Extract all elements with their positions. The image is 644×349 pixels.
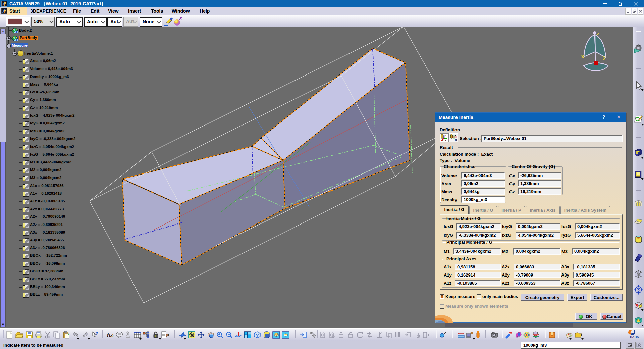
svg-text:z: z xyxy=(597,31,599,36)
svg-text:(x): (x) xyxy=(109,333,114,337)
svg-text:}=: }= xyxy=(166,333,169,337)
svg-text:x: x xyxy=(455,134,457,137)
svg-text:y: y xyxy=(445,139,447,141)
svg-text:?: ? xyxy=(95,331,98,336)
svg-text:CATIA: CATIA xyxy=(630,335,639,339)
svg-text:y: y xyxy=(603,54,606,60)
svg-text:z: z xyxy=(445,134,446,137)
svg-text:x: x xyxy=(455,138,457,141)
svg-text:x: x xyxy=(442,139,444,141)
svg-text:x: x xyxy=(581,53,584,59)
